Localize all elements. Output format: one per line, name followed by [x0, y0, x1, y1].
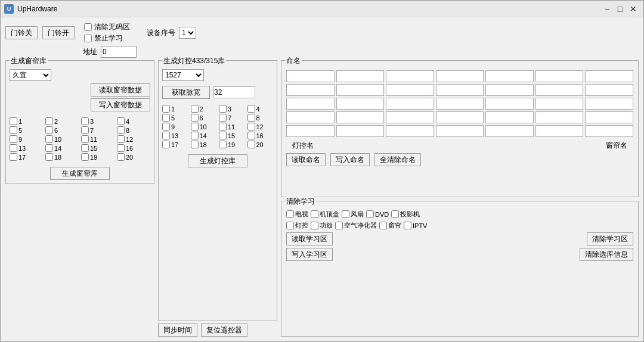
name-input-1-4[interactable] — [436, 70, 484, 82]
light-cb-13[interactable] — [162, 132, 170, 139]
light-cb-9[interactable] — [162, 123, 170, 130]
addr-input[interactable] — [101, 46, 137, 58]
name-input-1-6[interactable] — [535, 70, 584, 82]
name-input-2-1[interactable] — [286, 84, 335, 96]
name-input-1-7[interactable] — [585, 70, 633, 82]
name-input-3-6[interactable] — [535, 98, 584, 110]
light-cb-14[interactable] — [191, 132, 199, 139]
read-zone-button[interactable]: 读取学习区 — [286, 232, 333, 245]
cb-curtain2[interactable] — [379, 222, 387, 229]
curtain-cb-6[interactable] — [45, 126, 53, 134]
door-open-button[interactable]: 门铃开 — [42, 26, 75, 39]
curtain-select[interactable]: 久宜其他 — [10, 69, 51, 81]
write-naming-button[interactable]: 写入命名 — [330, 153, 370, 166]
curtain-cb-1[interactable] — [10, 117, 17, 125]
light-cb-8[interactable] — [247, 114, 255, 122]
name-input-4-1[interactable] — [286, 111, 335, 123]
cb-light-ctrl[interactable] — [286, 222, 294, 229]
curtain-cb-20[interactable] — [117, 153, 125, 161]
light-cb-2[interactable] — [191, 105, 199, 113]
name-input-4-2[interactable] — [336, 111, 385, 123]
clear-naming-button[interactable]: 全清除命名 — [374, 153, 421, 166]
light-cb-12[interactable] — [247, 123, 255, 130]
light-cb-20[interactable] — [247, 141, 255, 148]
cb-iptv[interactable] — [404, 222, 411, 229]
light-select[interactable]: 15272262 — [162, 69, 204, 81]
name-input-2-7[interactable] — [585, 84, 633, 96]
light-cb-18[interactable] — [191, 141, 199, 148]
light-cb-16[interactable] — [247, 132, 255, 139]
sync-time-button[interactable]: 同步时间 — [158, 324, 197, 337]
cb-tv[interactable] — [286, 210, 294, 218]
minimize-button[interactable]: − — [600, 3, 614, 15]
write-curtain-button[interactable]: 写入窗帘数据 — [91, 98, 150, 111]
name-input-4-3[interactable] — [386, 111, 434, 123]
name-input-5-7[interactable] — [585, 125, 633, 137]
gen-light-button[interactable]: 生成灯控库 — [188, 154, 247, 167]
curtain-cb-17[interactable] — [10, 153, 17, 161]
name-input-4-7[interactable] — [585, 111, 633, 123]
name-input-1-5[interactable] — [485, 70, 534, 82]
gen-curtain-button[interactable]: 生成窗帘库 — [50, 167, 110, 180]
name-input-3-1[interactable] — [286, 98, 335, 110]
cb-settopbox[interactable] — [311, 210, 318, 218]
name-input-5-3[interactable] — [386, 125, 434, 137]
curtain-cb-9[interactable] — [10, 135, 17, 143]
name-input-3-3[interactable] — [386, 98, 434, 110]
light-cb-19[interactable] — [219, 141, 227, 148]
cb-dvd[interactable] — [366, 210, 374, 218]
clear-info-button[interactable]: 清除选库信息 — [580, 248, 633, 261]
write-zone-button[interactable]: 写入学习区 — [286, 248, 333, 261]
cb-projector[interactable] — [391, 210, 399, 218]
name-input-2-6[interactable] — [535, 84, 584, 96]
name-input-2-5[interactable] — [485, 84, 534, 96]
name-input-2-3[interactable] — [386, 84, 434, 96]
name-input-3-2[interactable] — [336, 98, 385, 110]
name-input-4-4[interactable] — [436, 111, 484, 123]
curtain-cb-12[interactable] — [117, 135, 125, 143]
get-pulse-button[interactable]: 获取脉宽 — [162, 86, 210, 99]
curtain-cb-10[interactable] — [45, 135, 53, 143]
name-input-2-2[interactable] — [336, 84, 385, 96]
light-cb-7[interactable] — [219, 114, 227, 122]
curtain-cb-18[interactable] — [45, 153, 53, 161]
curtain-cb-13[interactable] — [10, 144, 17, 152]
name-input-4-6[interactable] — [535, 111, 584, 123]
read-naming-button[interactable]: 读取命名 — [286, 153, 326, 166]
light-cb-11[interactable] — [219, 123, 227, 130]
curtain-cb-16[interactable] — [117, 144, 125, 152]
curtain-cb-5[interactable] — [10, 126, 17, 134]
light-cb-1[interactable] — [162, 105, 170, 113]
name-input-5-6[interactable] — [535, 125, 584, 137]
curtain-cb-11[interactable] — [81, 135, 89, 143]
curtain-cb-14[interactable] — [45, 144, 53, 152]
light-cb-15[interactable] — [219, 132, 227, 139]
name-input-1-1[interactable] — [286, 70, 335, 82]
name-input-1-2[interactable] — [336, 70, 385, 82]
curtain-cb-4[interactable] — [117, 117, 125, 125]
name-input-3-5[interactable] — [485, 98, 534, 110]
device-select[interactable]: 1234 — [179, 27, 196, 39]
curtain-cb-3[interactable] — [81, 117, 89, 125]
name-input-5-5[interactable] — [485, 125, 534, 137]
light-cb-3[interactable] — [219, 105, 227, 113]
door-close-button[interactable]: 门铃关 — [5, 26, 38, 39]
light-cb-10[interactable] — [191, 123, 199, 130]
maximize-button[interactable]: □ — [614, 3, 627, 15]
name-input-5-1[interactable] — [286, 125, 335, 137]
curtain-cb-2[interactable] — [45, 117, 53, 125]
light-cb-5[interactable] — [162, 114, 170, 122]
cb-air-purifier[interactable] — [335, 222, 343, 229]
name-input-5-2[interactable] — [336, 125, 385, 137]
cb-fan[interactable] — [342, 210, 349, 218]
curtain-cb-8[interactable] — [117, 126, 125, 134]
pulse-input[interactable] — [213, 86, 255, 98]
light-cb-6[interactable] — [191, 114, 199, 122]
name-input-3-7[interactable] — [585, 98, 633, 110]
clear-zone-button[interactable]: 清除学习区 — [587, 232, 633, 245]
light-cb-4[interactable] — [247, 105, 255, 113]
clear-nozone-checkbox[interactable] — [84, 23, 92, 31]
curtain-cb-15[interactable] — [81, 144, 89, 152]
light-cb-17[interactable] — [162, 141, 170, 148]
curtain-cb-7[interactable] — [81, 126, 89, 134]
